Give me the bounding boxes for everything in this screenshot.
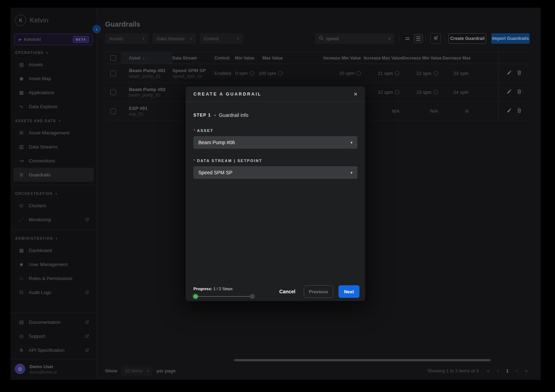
sidebar-item[interactable]: ▥ Data Streams	[13, 140, 94, 154]
create-guardrail-button[interactable]: Create Guardrail	[448, 33, 486, 44]
column-header-increase-max-value[interactable]: Increase Max Value	[364, 56, 402, 61]
step-number: STEP 1	[193, 113, 211, 118]
current-page[interactable]: 1	[506, 368, 508, 373]
column-header-max-value[interactable]: Max Value	[257, 56, 286, 61]
column-header-decrease-min-value[interactable]: Decrease Min Value	[402, 56, 441, 61]
sidebar-item[interactable]: ▦ Applications	[13, 85, 94, 99]
edit-icon[interactable]	[507, 89, 512, 96]
asset-field-label: * ASSET	[193, 128, 357, 133]
row-checkbox[interactable]	[110, 71, 116, 76]
table-header-row: Asset ↓ ↑ Data Stream Control Min Value …	[105, 52, 529, 64]
asset-map-icon: ◉	[18, 76, 25, 81]
dashboard-icon: ▦	[18, 247, 25, 253]
brand-logo: K Kelvin˙	[11, 8, 97, 30]
sidebar-item[interactable]: ☻ User Management	[13, 257, 94, 271]
actions-column-header	[498, 52, 529, 64]
delete-icon[interactable]	[517, 89, 522, 96]
column-header-min-value[interactable]: Min Value	[235, 56, 257, 61]
row-actions	[498, 102, 529, 120]
sidebar-section-label[interactable]: ADMINISTRATION ∨	[11, 233, 97, 243]
chevron-down-icon: ▾	[350, 140, 352, 145]
cancel-button[interactable]: Cancel	[279, 289, 295, 294]
sidebar-section-label[interactable]: ASSETS AND DATA ∨	[11, 115, 97, 126]
sidebar-item[interactable]: ⊛ API Specification	[13, 343, 94, 357]
import-guardrails-button[interactable]: Import Guardrails	[491, 33, 530, 44]
documentation-icon: ▤	[18, 319, 25, 325]
asset-id: esp_01	[129, 111, 172, 117]
page-size-value: 32 items	[125, 368, 142, 373]
previous-page-icon[interactable]: ‹	[497, 368, 499, 373]
edit-icon[interactable]	[507, 70, 512, 77]
delete-icon[interactable]	[517, 108, 522, 114]
table-settings-button[interactable]	[430, 33, 441, 44]
sidebar-item[interactable]: ≣ Guardrails	[13, 168, 94, 182]
sidebar-collapse-button[interactable]: ‹	[92, 25, 101, 33]
app-window: K Kelvin˙ ◆◆ KelvinAI BETA OPERATIONS ∨ …	[11, 8, 541, 380]
filter-dropdown[interactable]: Data Streams ▾	[152, 33, 196, 44]
user-profile[interactable]: D Demo User demo@kelvin.ai	[11, 359, 97, 380]
table-row: Beam Pump #01 beam_pump_01 Speed SPM SP …	[105, 64, 529, 83]
create-guardrail-modal: CREATE A GUARDRAIL × STEP 1 • Guardrail …	[186, 86, 365, 301]
inclusive-arrow-icon: ↓	[395, 71, 399, 76]
first-page-icon[interactable]: «	[487, 368, 490, 373]
external-link-icon	[85, 348, 89, 352]
sidebar-item[interactable]: ⋰ Monitoring	[13, 212, 94, 226]
edit-icon[interactable]	[507, 108, 512, 114]
page-size-dropdown[interactable]: 32 items ▾	[122, 366, 152, 376]
sidebar-item-label: Dashboard	[29, 248, 52, 253]
sidebar-item[interactable]: ▤ Assets	[13, 57, 94, 71]
sidebar-item[interactable]: ⊙ Clusters	[13, 198, 94, 212]
sidebar-item[interactable]: ⊡ Audit Logs	[13, 285, 94, 299]
divider	[445, 35, 445, 42]
column-header-control[interactable]: Control	[214, 56, 235, 61]
sidebar-section-label[interactable]: ORCHESTRATION ∨	[11, 188, 97, 198]
sidebar-item-label: Data Explorer	[29, 104, 58, 109]
decrease-max-value-cell: 24 spm	[441, 90, 471, 95]
sidebar-item-label: Applications	[29, 90, 54, 95]
step-progress-slider	[193, 294, 255, 299]
search-input[interactable]: speed ×	[315, 33, 394, 44]
sidebar-item[interactable]: ↝ Connections	[13, 154, 94, 168]
row-density-comfortable-button[interactable]	[414, 34, 423, 43]
data-stream-select[interactable]: Speed SPM SP ▾	[193, 166, 357, 179]
sidebar-item[interactable]: ▦ Dashboard	[13, 243, 94, 257]
sidebar-item[interactable]: ◉ Asset Map	[13, 71, 94, 85]
column-header-increase-min-value[interactable]: Increase Min Value	[286, 56, 364, 61]
row-density-compact-button[interactable]	[403, 34, 412, 43]
chevron-down-icon: ▾	[143, 37, 144, 41]
slider-track	[193, 296, 255, 297]
asset-select[interactable]: Beam Pump #06 ▾	[193, 136, 357, 149]
select-all-checkbox[interactable]	[110, 55, 116, 61]
sidebar-item[interactable]: ⊞ Asset Management	[13, 126, 94, 140]
modal-body: STEP 1 • Guardrail info * ASSET Beam Pum…	[186, 102, 365, 179]
table-footer: Show 32 items ▾ per page Showing 1 to 3 …	[105, 365, 530, 376]
close-icon[interactable]: ×	[354, 91, 357, 97]
sidebar-section-label[interactable]: OPERATIONS ∨	[11, 47, 97, 57]
kelvinai-button[interactable]: ◆◆ KelvinAI BETA	[14, 34, 93, 45]
row-checkbox[interactable]	[110, 108, 116, 114]
chevron-down-icon: ▾	[350, 170, 352, 175]
next-page-icon[interactable]: ›	[516, 368, 518, 373]
column-header-asset[interactable]: Asset ↓ ↑	[121, 52, 172, 64]
column-header-data-stream[interactable]: Data Stream	[172, 56, 214, 61]
previous-button[interactable]: Previous	[304, 285, 333, 298]
filter-dropdown[interactable]: Control ▾	[200, 33, 243, 44]
last-page-icon[interactable]: »	[525, 368, 528, 373]
column-header-decrease-max-value[interactable]: Decrease Max Va	[441, 56, 471, 61]
row-checkbox[interactable]	[110, 90, 116, 95]
next-button[interactable]: Next	[338, 285, 359, 298]
slider-handle-current-step[interactable]	[193, 294, 198, 299]
filter-dropdown[interactable]: Assets ▾	[105, 33, 149, 44]
sidebar-item[interactable]: ◎ Support	[13, 329, 94, 343]
sidebar-item[interactable]: ▤ Documentation	[13, 315, 94, 329]
asset-name: Beam Pump #01	[129, 68, 172, 74]
sidebar-item[interactable]: ☺ Roles & Permissions	[13, 271, 94, 285]
delete-icon[interactable]	[517, 70, 522, 77]
sidebar-section: ASSETS AND DATA ∨ ⊞ Asset Management	[11, 114, 97, 182]
horizontal-scrollbar[interactable]	[234, 359, 491, 361]
sidebar-item[interactable]: ∿ Data Explorer	[13, 99, 94, 113]
sidebar-nav: OPERATIONS ∨ ▤ Assets	[11, 46, 97, 300]
row-actions	[498, 83, 529, 102]
control-cell: Enabled	[214, 71, 235, 76]
clear-search-icon[interactable]: ×	[388, 36, 391, 41]
